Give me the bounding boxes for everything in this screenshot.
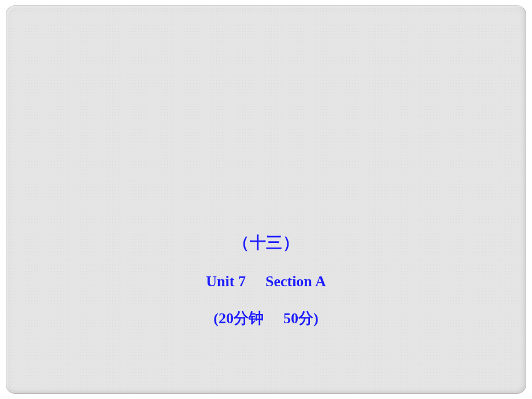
duration-score-line: (20分钟50分): [6, 311, 526, 326]
unit-section-line: Unit 7Section A: [6, 274, 526, 289]
worksheet-number: （十三）: [6, 235, 526, 251]
unit-label: Unit 7: [206, 273, 246, 290]
duration-label: (20分钟: [213, 310, 264, 327]
slide-text-block: （十三） Unit 7Section A (20分钟50分): [6, 235, 526, 326]
section-label: Section A: [265, 273, 326, 290]
score-label: 50分): [283, 310, 319, 327]
slide-card: （十三） Unit 7Section A (20分钟50分): [6, 5, 526, 394]
